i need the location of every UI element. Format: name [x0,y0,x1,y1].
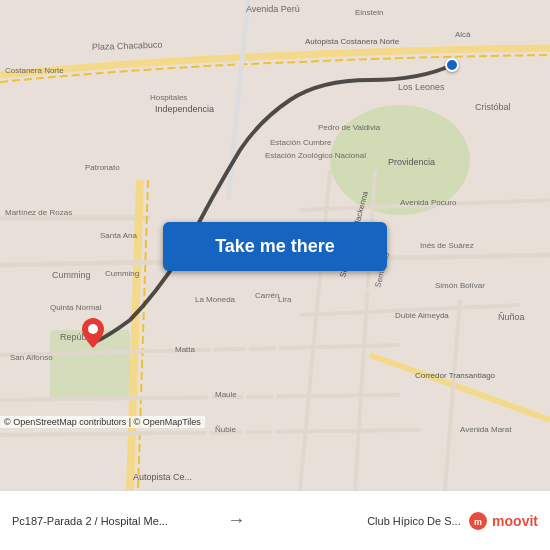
to-location: Club Hípico De S... [261,515,461,527]
svg-text:Estación Zoológico Nacional: Estación Zoológico Nacional [265,151,366,160]
svg-text:Simón Bolívar: Simón Bolívar [435,281,485,290]
svg-text:Matta: Matta [175,345,196,354]
svg-text:Corredor Transantiago: Corredor Transantiago [415,371,496,380]
moovit-logo: m moovit [468,511,538,531]
svg-text:Cumming: Cumming [52,270,91,280]
svg-point-64 [88,324,98,334]
take-me-there-button[interactable]: Take me there [163,222,387,271]
svg-text:Pedro de Valdivia: Pedro de Valdivia [318,123,381,132]
map-attribution: © OpenStreetMap contributors | © OpenMap… [0,416,205,428]
destination-pin [445,58,459,72]
svg-text:Cumming: Cumming [105,269,139,278]
svg-text:Carrén: Carrén [255,291,279,300]
svg-text:Estación Cumbre: Estación Cumbre [270,138,332,147]
svg-text:Cristóbal: Cristóbal [475,102,511,112]
svg-text:Santa Ana: Santa Ana [100,231,137,240]
svg-text:Quinta Normal: Quinta Normal [50,303,102,312]
svg-text:Patronato: Patronato [85,163,120,172]
svg-text:Avenida Perú: Avenida Perú [246,4,300,14]
svg-text:Independencia: Independencia [155,104,214,114]
bottom-bar: Pc187-Parada 2 / Hospital Me... → Club H… [0,490,550,550]
svg-text:Avenida Marat: Avenida Marat [460,425,512,434]
svg-text:Autopista Costanera Norte: Autopista Costanera Norte [305,37,400,46]
route-arrow: → [227,510,245,531]
moovit-text: moovit [492,513,538,529]
svg-text:Alcá: Alcá [455,30,471,39]
svg-text:Los Leones: Los Leones [398,82,445,92]
svg-text:Maule: Maule [215,390,237,399]
svg-text:Autopista Ce...: Autopista Ce... [133,472,192,482]
from-location: Pc187-Parada 2 / Hospital Me... [12,515,212,527]
svg-text:Costanera Norte: Costanera Norte [5,66,64,75]
svg-text:Lira: Lira [278,295,292,304]
svg-text:Dublé Almeyda: Dublé Almeyda [395,311,449,320]
svg-text:San Alfonso: San Alfonso [10,353,53,362]
svg-text:Martínez de Rozas: Martínez de Rozas [5,208,72,217]
svg-text:Inés de Suárez: Inés de Suárez [420,241,474,250]
svg-text:Ñuñoa: Ñuñoa [498,312,525,322]
svg-text:Hospitales: Hospitales [150,93,187,102]
map-container: Plaza Chacabuco Autopista Costanera Nort… [0,0,550,490]
svg-text:La Moneda: La Moneda [195,295,236,304]
svg-text:Ñuble: Ñuble [215,425,236,434]
svg-text:Einstein: Einstein [355,8,383,17]
svg-text:m: m [474,517,482,527]
svg-text:Avenida Pocuro: Avenida Pocuro [400,198,457,207]
origin-pin [82,318,104,352]
svg-text:Providencia: Providencia [388,157,435,167]
